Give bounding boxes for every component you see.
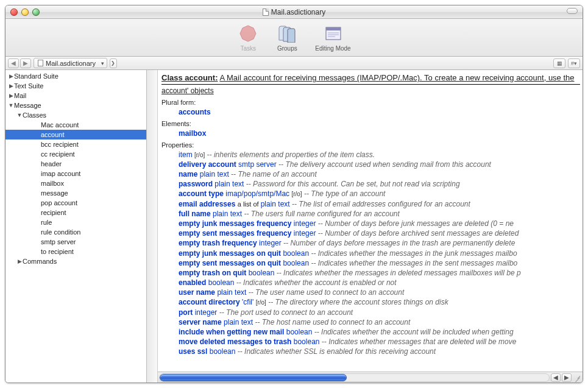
property-type: integer: [294, 219, 316, 228]
property-row: account type imap/pop/smtp/Mac [r/o] -- …: [179, 189, 580, 199]
horizontal-scrollbar[interactable]: ◀ ▶: [158, 372, 583, 383]
property-row: move deleted messages to trash boolean -…: [179, 337, 580, 347]
property-name: name: [179, 170, 197, 178]
property-row: user name plain text -- The user name us…: [179, 287, 580, 297]
property-description: -- The name of an account: [231, 170, 317, 178]
tree-label: header: [41, 160, 62, 168]
plural-value: accounts: [161, 107, 580, 117]
tree-row[interactable]: account: [5, 130, 146, 139]
property-row: empty trash frequency integer -- Number …: [179, 238, 580, 248]
window-title: Mail.asdictionary: [5, 8, 583, 16]
svg-rect-2: [326, 27, 341, 30]
tree-row[interactable]: header: [5, 159, 146, 169]
property-name: email addresses: [179, 200, 235, 208]
disclosure-triangle-icon[interactable]: ▶: [16, 258, 23, 264]
sidebar[interactable]: ▶Standard Suite▶Text Suite▶Mail▼Message▼…: [5, 70, 147, 383]
tree-row[interactable]: rule condition: [5, 227, 146, 237]
property-name: enabled: [179, 278, 206, 287]
readonly-badge: [r/o]: [256, 299, 266, 306]
property-row: full name plain text -- The users full n…: [179, 209, 580, 219]
tree-row[interactable]: rule: [5, 217, 146, 227]
property-name: empty sent messages frequency: [179, 229, 291, 238]
tree-label: imap account: [41, 170, 80, 177]
readonly-badge: [r/o]: [194, 152, 205, 158]
tasks-icon: [237, 23, 259, 44]
tree-label: account: [41, 131, 65, 138]
resize-handle[interactable]: [573, 373, 581, 382]
sort-button[interactable]: #▾: [568, 58, 580, 68]
disclosure-triangle-icon[interactable]: ▼: [8, 102, 14, 108]
breadcrumb-label: Mail.asdictionary: [46, 60, 96, 67]
document-icon: [263, 9, 269, 16]
tree-label: Mac account: [41, 121, 79, 129]
nav-back-button[interactable]: ◀: [8, 58, 19, 68]
property-description: -- The type of an account: [304, 189, 385, 198]
property-name: empty sent messages on quit: [179, 259, 281, 267]
toolbar-editing-mode[interactable]: Editing Mode: [315, 23, 350, 52]
property-row: delivery account smtp server -- The deli…: [179, 160, 580, 169]
minimize-button[interactable]: [21, 9, 29, 16]
property-name: empty junk messages frequency: [179, 219, 291, 228]
disclosure-triangle-icon[interactable]: ▶: [8, 83, 14, 89]
property-name: full name: [179, 210, 211, 218]
scrollbar-track[interactable]: [159, 373, 550, 382]
nav-forward-button[interactable]: ▶: [20, 58, 31, 68]
tree-row[interactable]: Mac account: [5, 120, 146, 130]
class-description: A Mail account for receiving messages (I…: [219, 73, 574, 82]
scroll-right-button[interactable]: ▶: [562, 373, 572, 382]
property-row: item [r/o] -- inherits elements and prop…: [179, 150, 580, 160]
breadcrumb-step-button[interactable]: ❯: [110, 58, 117, 68]
property-type: item: [179, 150, 193, 159]
tree-label: message: [41, 189, 68, 197]
toolbar-groups[interactable]: Groups: [276, 23, 298, 52]
tree-row[interactable]: cc recipient: [5, 149, 146, 159]
breadcrumb[interactable]: Mail.asdictionary: [34, 58, 107, 68]
tree-label: smtp server: [41, 238, 76, 245]
tree-row[interactable]: to recipient: [5, 247, 146, 256]
tree-row[interactable]: imap account: [5, 169, 146, 178]
property-description: -- The host name used to connect to an a…: [255, 318, 410, 326]
scroll-left-button[interactable]: ◀: [551, 373, 561, 382]
properties-label: Properties:: [161, 141, 580, 150]
property-description: -- Indicates whether the account will be…: [314, 328, 514, 336]
property-description: -- Indicates whether the messages in the…: [311, 259, 517, 267]
tree-label: mailbox: [41, 180, 64, 187]
property-type: smtp server: [238, 160, 277, 169]
tree-row[interactable]: mailbox: [5, 178, 146, 188]
disclosure-triangle-icon[interactable]: ▶: [8, 73, 14, 79]
property-type: integer: [294, 229, 316, 238]
toolbar-toggle-pill[interactable]: [567, 8, 578, 14]
groups-icon: [276, 23, 298, 44]
property-name: include when getting new mail: [179, 328, 284, 336]
property-name: server name: [179, 318, 222, 326]
view-mode-button[interactable]: ▦: [553, 58, 565, 68]
property-type: boolean: [283, 249, 309, 258]
tree-row[interactable]: bcc recipient: [5, 139, 146, 149]
toolbar-groups-label: Groups: [276, 45, 298, 52]
property-row: empty sent messages on quit boolean -- I…: [179, 258, 580, 268]
tree-row[interactable]: ▶Mail: [5, 91, 146, 101]
close-button[interactable]: [10, 9, 18, 16]
path-bar: ◀ ▶ Mail.asdictionary ❯ ▦ #▾: [5, 57, 583, 70]
tree-row[interactable]: ▶Standard Suite: [5, 71, 146, 81]
tree-row[interactable]: smtp server: [5, 237, 146, 247]
tree-row[interactable]: ▶Commands: [5, 256, 146, 266]
tree-row[interactable]: recipient: [5, 208, 146, 217]
disclosure-triangle-icon[interactable]: ▶: [8, 93, 14, 99]
property-description: -- Number of days before junk messages a…: [318, 219, 514, 228]
tree-row[interactable]: pop account: [5, 198, 146, 208]
property-row: uses ssl boolean -- Indicates whether SS…: [179, 347, 580, 356]
scrollbar-thumb[interactable]: [160, 374, 347, 381]
tree-row[interactable]: ▶Text Suite: [5, 81, 146, 91]
tree-label: Commands: [23, 258, 57, 265]
tree-label: pop account: [41, 199, 77, 206]
disclosure-triangle-icon[interactable]: ▼: [16, 112, 23, 118]
zoom-button[interactable]: [32, 9, 40, 16]
tree-row[interactable]: message: [5, 188, 146, 198]
tree-label: recipient: [41, 209, 66, 216]
property-name: delivery account: [179, 160, 236, 169]
tree-row[interactable]: ▼Classes: [5, 110, 146, 120]
toolbar-tasks: Tasks: [237, 23, 259, 52]
tree-row[interactable]: ▼Message: [5, 101, 146, 110]
property-type: boolean: [208, 278, 235, 287]
